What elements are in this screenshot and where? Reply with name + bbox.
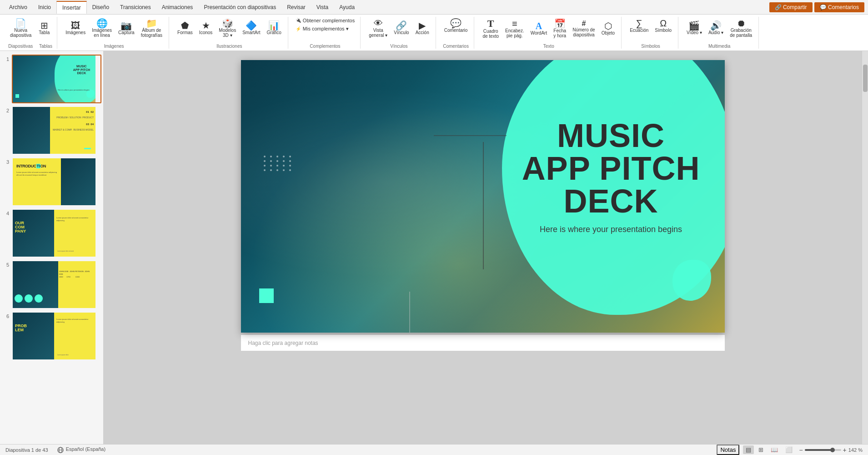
imagenes-button[interactable]: 🖼 Imágenes — [63, 19, 88, 37]
ecuacion-icon: ∑ — [636, 19, 642, 28]
numero-diapositiva-button[interactable]: # Número dediapositiva — [570, 18, 597, 39]
tab-transiciones[interactable]: Transiciones — [115, 1, 156, 13]
slide-thumb-4[interactable]: 4 OURCOMPANY Lorem ipsum dolor sit amet … — [2, 209, 101, 258]
zoom-in-button[interactable]: + — [843, 446, 847, 454]
slide-thumb-3[interactable]: 3 INTRODUCTION Lorem ipsum dolor sit ame… — [2, 157, 101, 206]
objeto-button[interactable]: ⬡ Objeto — [599, 20, 617, 37]
normal-view-button[interactable]: ▤ — [743, 445, 754, 454]
zoom-slider[interactable] — [805, 449, 841, 451]
slide-thumb-6[interactable]: 6 PROBLEM Lorem ipsum dolor sit amet con… — [2, 312, 101, 360]
ribbon-group-ilustraciones: ⬟ Formas ★ Iconos 🎲 Modelos3D ▾ 🔷 SmartA… — [171, 17, 288, 49]
ecuacion-button[interactable]: ∑ Ecuación — [627, 17, 651, 35]
iconos-button[interactable]: ★ Iconos — [196, 19, 215, 37]
audio-button[interactable]: 🔊 Audio ▾ — [706, 19, 726, 37]
ribbon-group-items-ilustraciones: ⬟ Formas ★ Iconos 🎲 Modelos3D ▾ 🔷 SmartA… — [175, 17, 284, 40]
numero-diapositiva-icon: # — [582, 20, 586, 27]
language-label: Español (España) — [66, 446, 105, 452]
tab-diseno[interactable]: Diseño — [87, 1, 115, 13]
formas-button[interactable]: ⬟ Formas — [175, 19, 196, 37]
iconos-label: Iconos — [199, 30, 212, 35]
title-line1: MUSIC — [557, 117, 665, 154]
new-slide-button[interactable]: 📄 Nuevadiapositiva — [7, 17, 34, 40]
tab-revisar[interactable]: Revisar — [281, 1, 311, 13]
simbolo-button[interactable]: Ω Símbolo — [652, 17, 674, 35]
main-slide[interactable]: MUSIC APP PITCH DECK Here is where your … — [241, 60, 725, 333]
reading-view-button[interactable]: 📖 — [768, 445, 781, 454]
grafico-button[interactable]: 📊 Gráfico — [264, 19, 284, 37]
album-label: Álbum defotografías — [141, 28, 162, 38]
wordart-button[interactable]: A WordArt — [528, 20, 550, 37]
right-scrollbar[interactable] — [862, 51, 868, 444]
slide-num-3: 3 — [2, 157, 9, 165]
tabla-button[interactable]: ⊞ Tabla — [35, 19, 53, 37]
album-icon: 📁 — [146, 19, 157, 28]
ribbon-group-vinculos: 👁 Vistageneral ▾ 🔗 Vínculo ▶ Acción Vínc… — [362, 17, 436, 49]
slide-thumb-1[interactable]: 1 MUSICAPP PITCHDECK Here is where your … — [2, 55, 101, 103]
album-button[interactable]: 📁 Álbum defotografías — [138, 17, 165, 40]
title-line2: APP PITCH — [522, 150, 700, 187]
imagenes-linea-button[interactable]: 🌐 Imágenesen línea — [89, 17, 115, 40]
captura-button[interactable]: 📷 Captura — [115, 19, 137, 37]
video-label: Vídeo ▾ — [687, 30, 702, 35]
share-button[interactable]: 🔗 Compartir — [769, 2, 813, 12]
canvas-area[interactable]: MUSIC APP PITCH DECK Here is where your … — [104, 51, 862, 444]
wordart-icon: A — [536, 21, 542, 30]
slide-img-6[interactable]: PROBLEM Lorem ipsum dolor sit amet conse… — [12, 312, 101, 360]
smartart-button[interactable]: 🔷 SmartArt — [240, 19, 263, 37]
modelos3d-button[interactable]: 🎲 Modelos3D ▾ — [216, 17, 239, 40]
slide-thumb-2[interactable]: 2 01 02 PROBLEM / SOLUTION PRODUCT 03 04… — [2, 106, 101, 155]
slide-thumb-5[interactable]: 5 JOHN DOE JOHN PETESON JOHN DOECEO CTO … — [2, 260, 101, 309]
tab-insertar[interactable]: Insertar — [56, 1, 87, 14]
tab-archivo[interactable]: Archivo — [4, 1, 33, 13]
smartart-icon: 🔷 — [246, 21, 257, 30]
accion-button[interactable]: ▶ Acción — [413, 19, 432, 37]
tab-inicio[interactable]: Inicio — [33, 1, 56, 13]
multimedia-group-label: Multimedia — [708, 44, 730, 49]
video-button[interactable]: 🎬 Vídeo ▾ — [684, 19, 705, 37]
slide-img-3[interactable]: INTRODUCTION Lorem ipsum dolor sit amet … — [12, 157, 101, 206]
zoom-level: 142 % — [848, 447, 863, 453]
slide-num-5: 5 — [2, 260, 9, 268]
texto-group-label: Texto — [543, 44, 554, 49]
tab-presentacion[interactable]: Presentación con diapositivas — [198, 1, 281, 13]
tab-vista[interactable]: Vista — [311, 1, 334, 13]
fecha-hora-button[interactable]: 📅 Fechay hora — [551, 17, 569, 40]
encabez-button[interactable]: ≡ Encabez.pie pág. — [502, 17, 527, 40]
mis-complementos-button[interactable]: ⚡ Mis complementos ▾ — [294, 25, 351, 33]
slide-panel[interactable]: 1 MUSICAPP PITCHDECK Here is where your … — [0, 51, 104, 444]
vinculo-button[interactable]: 🔗 Vínculo — [391, 19, 411, 37]
formas-icon: ⬟ — [181, 21, 189, 30]
tabla-label: Tabla — [39, 30, 50, 35]
slide-img-2[interactable]: 01 02 PROBLEM / SOLUTION PRODUCT 03 04 M… — [12, 106, 101, 155]
slide-img-5[interactable]: JOHN DOE JOHN PETESON JOHN DOECEO CTO CO… — [12, 260, 101, 309]
zoom-thumb[interactable] — [830, 448, 835, 452]
grabacion-button[interactable]: ⏺ Grabaciónde pantalla — [727, 17, 755, 40]
zoom-out-button[interactable]: − — [799, 446, 803, 454]
imagenes-linea-icon: 🌐 — [96, 19, 108, 28]
slide-sorter-button[interactable]: ⊞ — [756, 445, 766, 454]
obtener-complementos-button[interactable]: 🔌 Obtener complementos — [294, 17, 356, 24]
title-line3: DECK — [563, 183, 658, 219]
scrollbar-thumb[interactable] — [863, 65, 868, 92]
obtener-complementos-label: Obtener complementos — [303, 18, 355, 23]
new-slide-icon: 📄 — [15, 19, 26, 28]
ilustraciones-group-label: Ilustraciones — [216, 44, 242, 49]
fecha-hora-icon: 📅 — [554, 19, 566, 28]
simbolo-label: Símbolo — [655, 28, 672, 33]
diapositivas-group-label: Diapositivas Tablas — [8, 44, 52, 49]
slide-img-1[interactable]: MUSICAPP PITCHDECK Here is where your pr… — [12, 55, 101, 103]
notes-placeholder: Haga clic para agregar notas — [248, 340, 318, 346]
notes-bar[interactable]: Haga clic para agregar notas — [241, 334, 725, 351]
cuadro-texto-button[interactable]: T Cuadrode texto — [480, 17, 502, 40]
notes-toggle-button[interactable]: Notas — [717, 445, 739, 455]
tab-animaciones[interactable]: Animaciones — [156, 1, 199, 13]
simbolos-group-label: Símbolos — [641, 44, 660, 49]
comments-button[interactable]: 💬 Comentarios — [814, 2, 864, 12]
slideshow-button[interactable]: ⬜ — [783, 445, 795, 454]
comentario-button[interactable]: 💬 Comentario — [442, 17, 471, 35]
slide-img-4[interactable]: OURCOMPANY Lorem ipsum dolor sit amet co… — [12, 209, 101, 258]
vista-general-button[interactable]: 👁 Vistageneral ▾ — [366, 17, 390, 40]
slide-subtitle: Here is where your presentation begins — [516, 225, 707, 234]
language-indicator: Español (España) — [57, 446, 106, 453]
tab-ayuda[interactable]: Ayuda — [334, 1, 360, 13]
